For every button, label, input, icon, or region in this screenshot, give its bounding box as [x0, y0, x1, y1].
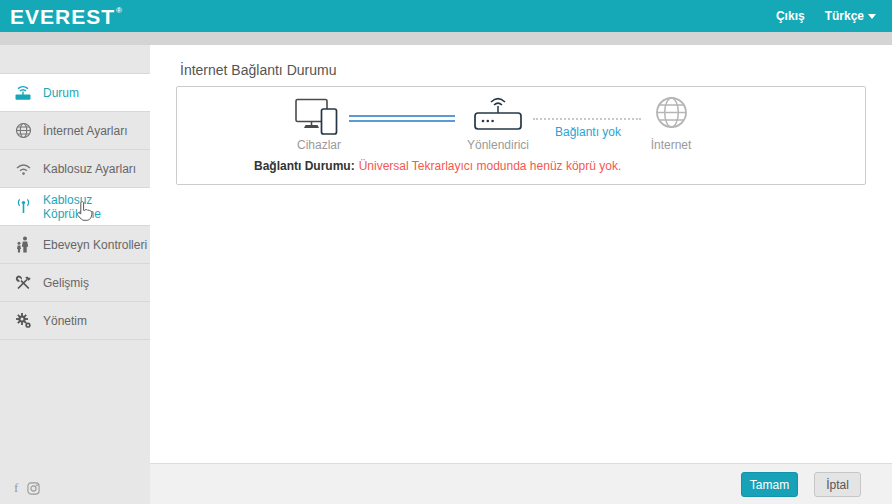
- sidebar-item-label: Kablosuz Ayarları: [43, 162, 136, 176]
- devices-icon: [295, 98, 341, 136]
- node-label-router: Yönlendirici: [467, 138, 529, 152]
- gears-icon: [14, 312, 32, 329]
- status-label: Bağlantı Durumu:: [254, 159, 355, 173]
- node-label-internet: İnternet: [651, 138, 692, 152]
- tools-icon: [14, 274, 32, 291]
- router-icon: [14, 84, 32, 101]
- sidebar-item-kablosuz-koprulerme[interactable]: Kablosuz Köprüleme: [0, 188, 150, 226]
- antenna-icon: [14, 198, 32, 215]
- social-links: f: [14, 480, 40, 496]
- globe-icon: [14, 122, 32, 139]
- sidebar-item-durum[interactable]: Durum: [0, 74, 150, 112]
- language-dropdown[interactable]: Türkçe: [825, 9, 876, 23]
- sidebar-item-yonetim[interactable]: Yönetim: [0, 302, 150, 340]
- sidebar-item-internet-ayarlari[interactable]: İnternet Ayarları: [0, 112, 150, 150]
- node-label-devices: Cihazlar: [297, 138, 341, 152]
- sidebar-item-gelismis[interactable]: Gelişmiş: [0, 264, 150, 302]
- everest-logo: EVEREST®: [10, 6, 123, 27]
- footer-bar: Tamam İptal: [150, 463, 892, 504]
- router-device-icon: [471, 92, 525, 134]
- topbar-links: Çıkış Türkçe: [776, 9, 876, 23]
- cancel-button[interactable]: İptal: [814, 472, 861, 497]
- sidebar-item-kablosuz-ayarlari[interactable]: Kablosuz Ayarları: [0, 150, 150, 188]
- instagram-icon[interactable]: [27, 482, 40, 495]
- top-bar: EVEREST® Çıkış Türkçe: [0, 0, 892, 32]
- page-title: İnternet Bağlantı Durumu: [180, 62, 336, 78]
- connection-line-bottom: [349, 120, 455, 122]
- chevron-down-icon: [868, 14, 876, 19]
- header-band: [0, 32, 892, 45]
- registered-mark: ®: [116, 7, 123, 15]
- sidebar: Durum İnternet Ayarları: [0, 45, 150, 504]
- status-error-text: Üniversal Tekrarlayıcı modunda henüz köp…: [359, 159, 622, 173]
- facebook-icon[interactable]: f: [14, 480, 18, 496]
- connection-status-label: Bağlantı yok: [555, 125, 621, 139]
- sidebar-nav: Durum İnternet Ayarları: [0, 73, 150, 340]
- sidebar-item-label: Yönetim: [43, 314, 87, 328]
- sidebar-item-label: Ebeveyn Kontrolleri: [43, 238, 147, 252]
- ok-button[interactable]: Tamam: [741, 472, 798, 497]
- status-line: Bağlantı Durumu:Üniversal Tekrarlayıcı m…: [254, 159, 621, 173]
- sidebar-item-ebeveyn-kontrolleri[interactable]: Ebeveyn Kontrolleri: [0, 226, 150, 264]
- logout-link[interactable]: Çıkış: [776, 9, 805, 23]
- dotted-connection-line: [533, 118, 641, 120]
- main-content: İnternet Bağlantı Durumu Cihazlar: [150, 45, 892, 462]
- wifi-icon: [14, 160, 32, 177]
- parental-icon: [14, 236, 32, 253]
- sidebar-item-label: Kablosuz Köprüleme: [43, 193, 150, 221]
- logo-text: EVEREST: [10, 6, 115, 27]
- sidebar-item-label: İnternet Ayarları: [43, 124, 128, 138]
- sidebar-item-label: Durum: [43, 86, 79, 100]
- internet-globe-icon: [655, 96, 688, 129]
- connection-line-top: [349, 115, 455, 117]
- sidebar-item-label: Gelişmiş: [43, 276, 89, 290]
- language-label: Türkçe: [825, 9, 864, 23]
- connection-status-panel: Cihazlar Yönlendirici Bağlantı yok: [176, 86, 866, 185]
